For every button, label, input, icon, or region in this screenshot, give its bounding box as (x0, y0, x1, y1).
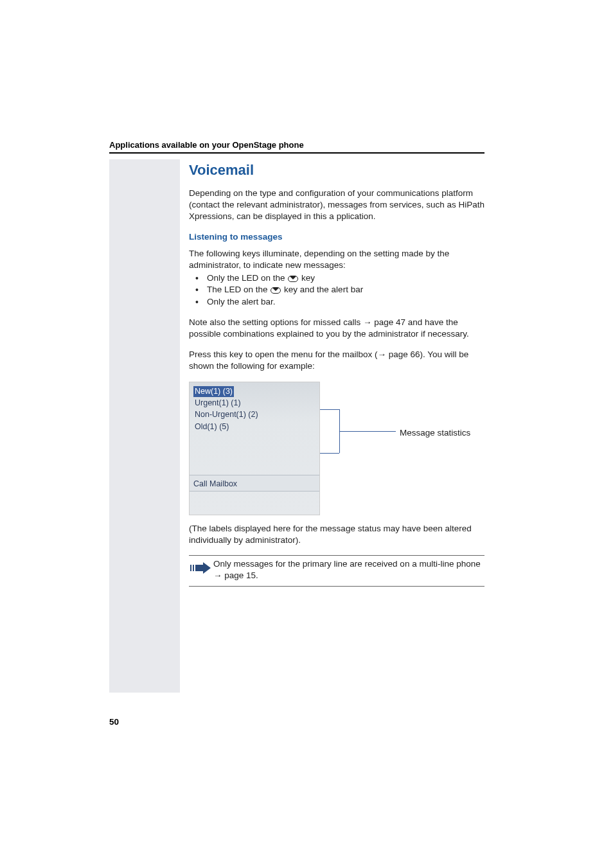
call-mailbox-action: Call Mailbox (193, 479, 237, 488)
message-statistics-label: Message statistics (400, 428, 470, 438)
main-content: Voicemail Depending on the type and conf… (189, 162, 484, 587)
bracket-connector (320, 400, 396, 452)
press-key-para: Press this key to open the menu for the … (189, 349, 484, 372)
screen-spacer (190, 444, 319, 475)
header-rule (109, 152, 484, 154)
bullet-text-pre: Only the LED on the (207, 273, 287, 283)
section-title: Voicemail (189, 162, 484, 179)
subheading-listening: Listening to messages (189, 232, 484, 242)
bullet-alert-bar: Only the alert bar. (189, 296, 484, 308)
page-header: Applications available on your OpenStage… (109, 140, 484, 154)
list-item-label: New(1) (3) (193, 386, 234, 397)
note-box: Only messages for the primary line are r… (189, 555, 484, 586)
intro-paragraph: Depending on the type and configuration … (189, 188, 484, 223)
arrow-icon: → (213, 571, 222, 580)
bullet-led-key-alert: The LED on the key and the alert bar (189, 284, 484, 296)
list-item-old: Old(1) (5) (193, 421, 315, 433)
page-number: 50 (109, 717, 119, 727)
list-item-new: New(1) (3) (193, 385, 315, 397)
action-row: Call Mailbox (190, 475, 319, 492)
multiline-note: Only messages for the primary line are r… (213, 558, 484, 581)
phone-screen-mock: New(1) (3) Urgent(1) (1) Non-Urgent(1) (… (189, 382, 320, 515)
bullet-led-key: Only the LED on the key (189, 272, 484, 284)
list-item-urgent: Urgent(1) (1) (193, 397, 315, 409)
svg-rect-0 (190, 565, 191, 571)
note-arrow-icon (189, 560, 212, 575)
text-pre: Note also the setting options for missed… (189, 317, 363, 327)
key-indicator-list: Only the LED on the key The LED on the k… (189, 272, 484, 308)
text-post: page 15. (222, 571, 258, 580)
svg-rect-1 (193, 565, 194, 571)
text-pre: Only messages for the primary line are r… (213, 559, 481, 569)
text-pre: Press this key to open the menu for the … (189, 350, 377, 359)
arrow-icon: → (363, 317, 372, 327)
mailbox-diagram: New(1) (3) Urgent(1) (1) Non-Urgent(1) (… (189, 382, 484, 515)
bullet-text-post: key and the alert bar (281, 285, 363, 294)
left-margin-bar (109, 159, 180, 693)
mail-icon (271, 287, 281, 294)
keys-intro: The following keys illuminate, depending… (189, 248, 484, 271)
running-title: Applications available on your OpenStage… (109, 140, 484, 150)
list-item-non-urgent: Non-Urgent(1) (2) (193, 409, 315, 421)
labels-altered-note: (The labels displayed here for the messa… (189, 523, 484, 546)
missed-calls-note: Note also the setting options for missed… (189, 317, 484, 340)
mail-icon (288, 276, 298, 282)
message-status-list: New(1) (3) Urgent(1) (1) Non-Urgent(1) (… (190, 382, 319, 444)
arrow-icon: → (377, 350, 386, 359)
screen-footer (190, 492, 319, 515)
bullet-text-pre: The LED on the (207, 285, 270, 294)
bullet-text-post: key (299, 273, 315, 283)
svg-marker-2 (195, 562, 211, 574)
